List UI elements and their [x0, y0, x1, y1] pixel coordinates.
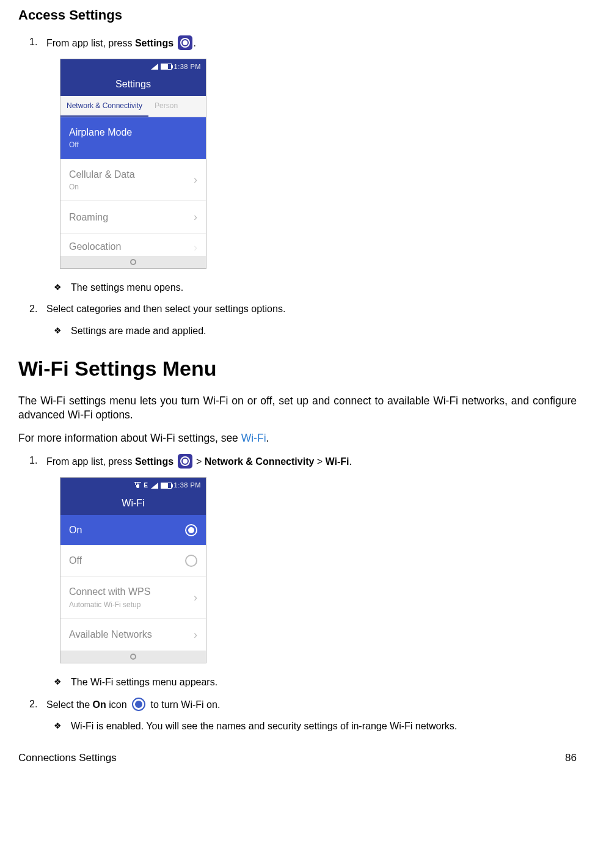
wifi-step1-sep1: >	[196, 456, 205, 467]
wifi-on-label: On	[69, 523, 82, 537]
airplane-label: Airplane Mode	[69, 126, 132, 139]
settings-screenshot: 1:38 PM Settings Network & Connectivity …	[60, 59, 206, 269]
screen-title: Settings	[60, 74, 206, 96]
screen-title: Wi-Fi	[60, 493, 206, 515]
wifi-off-label: Off	[69, 554, 82, 567]
battery-icon	[161, 483, 172, 489]
tab-bar: Network & Connectivity Person	[60, 96, 206, 117]
status-time: 1:38 PM	[174, 481, 201, 490]
row-wifi-off: Off	[60, 545, 206, 577]
settings-icon	[178, 454, 192, 469]
wifi-link[interactable]: Wi-Fi	[241, 432, 266, 444]
wifi-step1-sep2: >	[314, 456, 325, 467]
radio-on-icon	[132, 698, 145, 711]
wifi-step2-mid: icon	[106, 699, 130, 710]
wifi-moreinfo: For more information about Wi-Fi setting…	[18, 431, 577, 446]
moreinfo-pre: For more information about Wi-Fi setting…	[18, 432, 241, 444]
wifi-step1-post: .	[349, 456, 352, 467]
footer-section: Connections Settings	[18, 751, 117, 765]
step-1: 1. From app list, press Settings .	[46, 35, 577, 50]
step1-text-post: .	[194, 38, 196, 48]
status-time: 1:38 PM	[174, 62, 201, 71]
signal-icon	[151, 64, 158, 70]
wifi-step-1: 1. From app list, press Settings > Netwo…	[46, 454, 577, 469]
step1-settings-label: Settings	[135, 38, 173, 48]
home-bar	[60, 256, 206, 268]
wifi-step1-pre: From app list, press	[46, 456, 135, 467]
battery-icon	[161, 64, 172, 70]
wifi-intro: The Wi-Fi settings menu lets you turn Wi…	[18, 394, 577, 423]
access-settings-heading: Access Settings	[18, 6, 577, 24]
status-bar: E 1:38 PM	[60, 478, 206, 493]
chevron-right-icon: ›	[194, 627, 197, 642]
settings-icon	[178, 35, 192, 50]
row-available: Available Networks ›	[60, 619, 206, 651]
row-wps: Connect with WPS Automatic Wi-Fi setup ›	[60, 577, 206, 619]
chevron-right-icon: ›	[194, 240, 197, 255]
row-roaming: Roaming ›	[60, 201, 206, 233]
tab-network: Network & Connectivity	[60, 96, 148, 117]
step-2: 2. Select categories and then select you…	[46, 302, 577, 316]
wifi-settings-heading: Wi-Fi Settings Menu	[18, 355, 577, 383]
bullet-settings-opens: The settings menu opens.	[71, 281, 577, 294]
radio-unselected-icon	[185, 555, 197, 567]
row-cellular: Cellular & Data On ›	[60, 159, 206, 202]
available-label: Available Networks	[69, 628, 152, 641]
wifi-step2-post: to turn Wi-Fi on.	[148, 699, 220, 710]
airplane-value: Off	[69, 140, 132, 150]
network-type-icon: E	[144, 481, 148, 490]
row-wifi-on: On	[60, 515, 206, 546]
moreinfo-post: .	[266, 432, 269, 444]
wifi-step1-network: Network & Connectivity	[205, 456, 315, 467]
wifi-screenshot: E 1:38 PM Wi-Fi On Off Connect with WPS …	[60, 477, 206, 663]
bullet-wifi-appears: The Wi-Fi settings menu appears.	[71, 676, 577, 689]
wifi-step-2: 2. Select the On icon to turn Wi-Fi on.	[46, 698, 577, 712]
signal-icon	[151, 483, 158, 489]
home-icon	[130, 654, 136, 660]
chevron-right-icon: ›	[194, 590, 197, 605]
wifi-step1-wifi: Wi-Fi	[326, 456, 349, 467]
home-bar	[60, 651, 206, 663]
chevron-right-icon: ›	[194, 210, 197, 224]
step2-text: Select categories and then select your s…	[46, 304, 285, 314]
radio-selected-icon	[185, 524, 197, 536]
chevron-right-icon: ›	[194, 172, 197, 187]
wifi-step2-on: On	[93, 699, 106, 710]
step1-text-pre: From app list, press	[46, 38, 135, 48]
wifi-step2-pre: Select the	[46, 699, 93, 710]
wps-sub: Automatic Wi-Fi setup	[69, 600, 150, 610]
row-geolocation: Geolocation ›	[60, 234, 206, 256]
bullet-wifi-enabled: Wi-Fi is enabled. You will see the names…	[71, 720, 577, 733]
geolocation-label: Geolocation	[69, 240, 121, 255]
page-number: 86	[565, 751, 577, 765]
debug-icon	[134, 482, 141, 489]
cellular-value: On	[69, 182, 135, 192]
wps-label: Connect with WPS	[69, 585, 150, 599]
roaming-label: Roaming	[69, 211, 108, 224]
cellular-label: Cellular & Data	[69, 168, 135, 181]
wifi-step1-settings: Settings	[135, 456, 173, 467]
status-bar: 1:38 PM	[60, 59, 206, 74]
home-icon	[130, 259, 136, 265]
bullet-settings-applied: Settings are made and applied.	[71, 324, 577, 338]
row-airplane: Airplane Mode Off	[60, 117, 206, 159]
tab-personal: Person	[148, 96, 184, 117]
